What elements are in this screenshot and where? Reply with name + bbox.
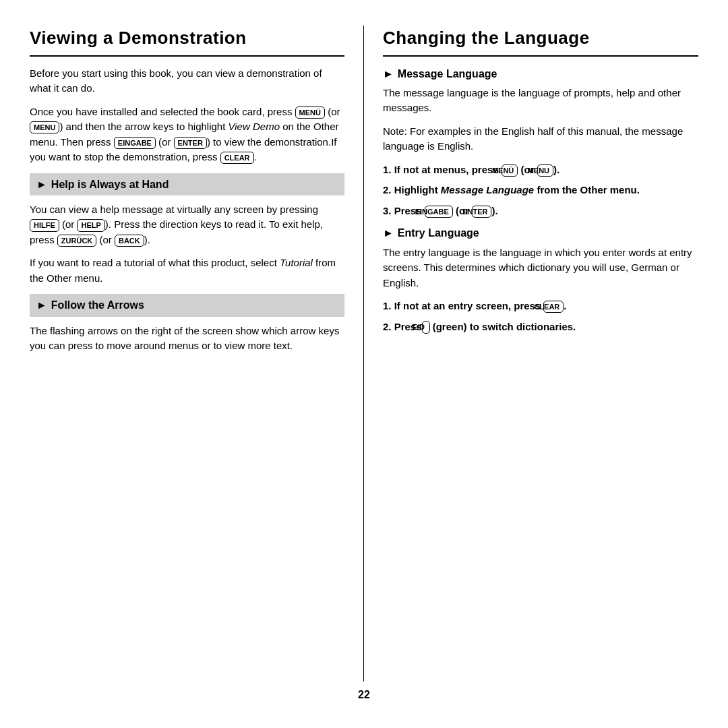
menu-key-en-2: MENU [537,164,553,177]
message-lang-title: Message Language [398,66,497,82]
help-section-title: Help is Always at Hand [51,177,169,192]
entry-lang-title: Entry Language [398,225,479,241]
enter-key: ENTER [174,137,207,149]
menu-key-de: MENÜ [295,107,325,119]
entry-list-item-1: 1. If not at an entry screen, press CLEA… [383,299,698,314]
arrow-icon-entry: ► [383,225,394,241]
left-title: Viewing a Demonstration [30,26,344,57]
message-list-item-3: 3. Press EINGABE (or ENTER). [383,204,698,219]
entry-lang-list: 1. If not at an entry screen, press CLEA… [383,299,698,334]
menu-key-de-2: MENÜ [502,164,518,177]
entry-lang-para: The entry language is the language in wh… [383,245,698,291]
right-title: Changing the Language [383,26,698,57]
arrows-section-header: ► Follow the Arrows [30,294,344,316]
arrows-section-title: Follow the Arrows [51,297,144,313]
message-lang-header: ► Message Language [383,66,698,82]
arrow-icon-message: ► [383,66,394,82]
message-list-item-2: 2. Highlight Message Language from the O… [383,183,698,198]
back-key: BACK [115,235,144,247]
entry-lang-header: ► Entry Language [383,225,698,241]
enter-key-2: ENTER [472,206,491,218]
hilfe-key: HILFE [30,219,59,231]
help-section-header: ► Help is Always at Hand [30,173,344,195]
page: Viewing a Demonstration Before you start… [0,0,728,728]
arrow-icon-arrows: ► [36,297,47,313]
ed-key: E/D [422,321,430,333]
arrow-icon-help: ► [36,177,47,192]
left-intro2: Once you have installed and selected the… [30,104,344,165]
page-number: 22 [30,681,698,702]
entry-list-item-2: 2. PressE/D (green) to switch dictionari… [383,320,698,335]
arrows-para: The flashing arrows on the right of the … [30,324,344,354]
left-intro1: Before you start using this book, you ca… [30,66,344,96]
message-lang-para2: Note: For examples in the English half o… [383,124,698,154]
columns: Viewing a Demonstration Before you start… [30,26,698,681]
eingabe-key-2: EINGABE [425,206,453,218]
message-list-item-1: 1. If not at menus, press MENÜ (or MENU)… [383,162,698,178]
help-para2: If you want to read a tutorial of what t… [30,255,344,286]
help-key: HELP [77,219,104,231]
menu-key-en: MENU [30,121,59,133]
clear-key-intro: CLEAR [220,152,254,164]
right-column: Changing the Language ► Message Language… [364,26,698,681]
left-column: Viewing a Demonstration Before you start… [30,26,364,681]
clear-key-entry: CLEAR [543,301,564,313]
message-lang-list: 1. If not at menus, press MENÜ (or MENU)… [383,162,698,219]
help-para1: You can view a help message at virtually… [30,202,344,248]
message-lang-para1: The message language is the language of … [383,86,698,116]
zuruck-key: ZURÜCK [57,235,96,247]
eingabe-key: EINGABE [114,137,156,149]
